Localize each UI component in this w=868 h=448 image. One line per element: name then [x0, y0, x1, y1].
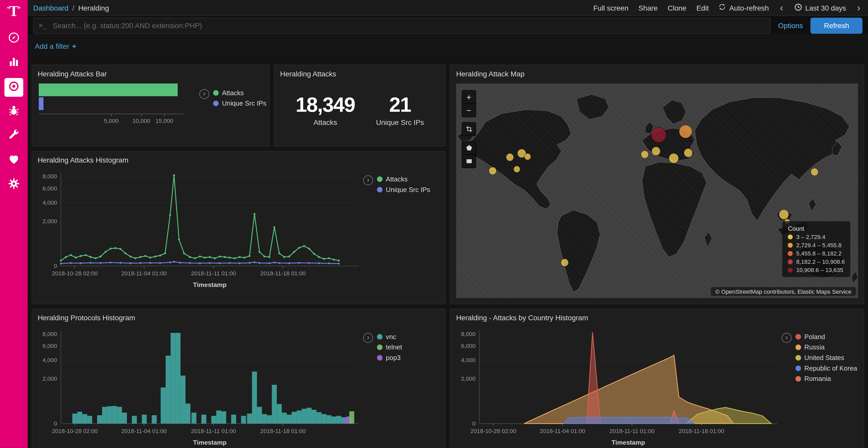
map-legend-item: 3 – 2,729.4 [788, 233, 845, 240]
legend-swatch [796, 376, 801, 381]
map-legend-range-label: 10,908.6 – 13,635 [796, 267, 843, 273]
map-box-zoom-button[interactable] [462, 123, 475, 136]
share-button[interactable]: Share [638, 4, 657, 12]
legend-item[interactable]: pop3 [377, 354, 402, 361]
legend-item-label: Romania [804, 375, 831, 383]
svg-text:2018-11-11 01:00: 2018-11-11 01:00 [610, 428, 654, 434]
map-legend-title: Count [788, 225, 845, 232]
svg-text:2018-10-28 02:00: 2018-10-28 02:00 [52, 428, 98, 434]
legend-item[interactable]: vnc [377, 333, 402, 341]
map-legend-range-label: 5,455.8 – 8,182.2 [796, 250, 841, 257]
top-nav-bar: Dashboard / Heralding Full screen Share … [28, 0, 868, 16]
legend-toggle-icon[interactable]: › [363, 333, 373, 343]
svg-text:8,000: 8,000 [461, 331, 475, 337]
legend-item-label: Unique Src IPs [222, 100, 266, 107]
add-filter-link[interactable]: Add a filter+ [35, 42, 76, 50]
panel-heralding-attacks-bar: Heralding Attacks Bar 5,00010,00015,000 … [32, 65, 270, 146]
sidebar-item-dashboards[interactable] [4, 29, 23, 48]
svg-text:5,000: 5,000 [104, 118, 119, 124]
svg-text:2018-11-18 01:00: 2018-11-18 01:00 [260, 270, 306, 277]
telekom-logo[interactable]: ▪T▪ [7, 4, 21, 18]
sidebar-item-health[interactable] [4, 151, 23, 170]
logo-letter: T [9, 4, 19, 18]
svg-text:8,000: 8,000 [42, 331, 57, 337]
sidebar-item-tools[interactable] [4, 127, 23, 145]
map-legend-range-label: 3 – 2,729.4 [796, 233, 826, 240]
refresh-button[interactable]: Refresh [811, 18, 862, 34]
legend-item[interactable]: Unique Src IPs [213, 100, 266, 107]
map-legend-item: 5,455.8 – 8,182.2 [788, 250, 845, 257]
sidebar-item-visualize[interactable] [4, 54, 23, 72]
map-legend-swatch [788, 234, 793, 239]
search-input[interactable] [52, 21, 765, 30]
legend-item[interactable]: Attacks [213, 89, 266, 97]
legend-swatch [796, 334, 801, 339]
legend-toggle-icon[interactable]: › [363, 175, 373, 185]
legend-items: AttacksUnique Src IPs [213, 89, 266, 107]
legend-item[interactable]: Poland [796, 333, 857, 341]
plus-icon: + [72, 42, 76, 50]
panel-heralding-attacks-metric: Heralding Attacks 18,349 Attacks 21 Uniq… [274, 65, 445, 146]
svg-text:Timestamp: Timestamp [193, 281, 226, 288]
sidebar-item-settings[interactable] [4, 175, 23, 194]
heartbeat-icon [8, 153, 20, 168]
time-range-label: Last 30 days [805, 4, 846, 12]
legend-toggle-icon[interactable]: › [199, 89, 209, 99]
panel-title: Heralding Attacks [275, 65, 445, 80]
compass-icon [8, 32, 20, 46]
breadcrumb-link-dashboard[interactable]: Dashboard [33, 4, 68, 12]
legend-swatch [377, 355, 382, 360]
bug-icon [8, 105, 20, 119]
attacks-line-chart: 02,0004,0006,0008,0002018-10-28 02:00201… [35, 167, 363, 297]
svg-text:Timestamp: Timestamp [612, 439, 645, 446]
map-zoom-out-button[interactable]: − [462, 104, 475, 117]
time-range-picker[interactable]: Last 30 days [794, 3, 846, 12]
full-screen-button[interactable]: Full screen [593, 4, 628, 12]
legend-item-label: Attacks [222, 89, 244, 97]
legend-item[interactable]: Republic of Korea [796, 365, 857, 372]
svg-text:4,000: 4,000 [42, 357, 57, 364]
countries-area-chart: 02,0004,0006,0008,0002018-10-28 02:00201… [454, 324, 782, 448]
legend-swatch [796, 366, 801, 371]
legend-item[interactable]: Russia [796, 343, 857, 351]
map-draw-polygon-button[interactable] [462, 142, 475, 155]
panel-title: Heralding Attacks Histogram [32, 151, 445, 167]
legend-item[interactable]: United States [796, 354, 857, 361]
metric-attacks: 18,349 Attacks [296, 94, 355, 127]
map-canvas[interactable]: + − Count [456, 83, 858, 298]
legend-item-label: Attacks [386, 175, 408, 183]
protocols-bar-chart: 02,0004,0006,0008,0002018-10-28 02:00201… [35, 324, 363, 448]
legend-item[interactable]: Unique Src IPs [377, 186, 430, 194]
map-zoom-in-button[interactable]: + [462, 91, 475, 104]
edit-button[interactable]: Edit [696, 4, 709, 12]
options-link[interactable]: Options [778, 22, 803, 30]
legend-item-label: Unique Src IPs [386, 186, 430, 194]
panel-title: Heralding Attack Map [451, 65, 864, 80]
legend-item[interactable]: Romania [796, 375, 857, 383]
time-back-chevron-icon[interactable]: ‹ [779, 3, 784, 12]
map-legend-item: 2,729.4 – 5,455.8 [788, 242, 845, 248]
legend-item[interactable]: Attacks [377, 175, 430, 183]
legend-swatch [377, 334, 382, 339]
legend-toggle-icon[interactable]: › [782, 333, 792, 343]
legend-swatch [213, 101, 219, 106]
svg-text:15,000: 15,000 [156, 118, 173, 124]
map-draw-rectangle-button[interactable] [462, 155, 475, 168]
sidebar-item-honeypot[interactable] [4, 102, 23, 121]
svg-text:2,000: 2,000 [42, 218, 57, 225]
bar-chart-icon [8, 56, 20, 70]
auto-refresh-button[interactable]: Auto-refresh [719, 3, 769, 12]
map-legend-range-label: 8,182.2 – 10,908.6 [796, 258, 845, 265]
legend-item[interactable]: telnet [377, 343, 402, 351]
panel-heralding-attack-map: Heralding Attack Map [450, 65, 864, 304]
metric-label: Unique Src IPs [376, 118, 424, 127]
panel-heralding-attacks-by-country: Heralding - Attacks by Country Histogram… [450, 309, 864, 448]
search-bar-row: >_ Options Refresh [28, 16, 868, 35]
map-legend-rows: 3 – 2,729.42,729.4 – 5,455.85,455.8 – 8,… [788, 233, 845, 273]
svg-text:0: 0 [54, 263, 57, 269]
top-nav-actions: Full screen Share Clone Edit Auto-refres… [593, 3, 862, 12]
sidebar-item-attack-dashboard[interactable] [4, 78, 23, 97]
map-legend-swatch [788, 243, 793, 247]
time-forward-chevron-icon[interactable]: › [856, 3, 862, 12]
clone-button[interactable]: Clone [668, 4, 686, 12]
